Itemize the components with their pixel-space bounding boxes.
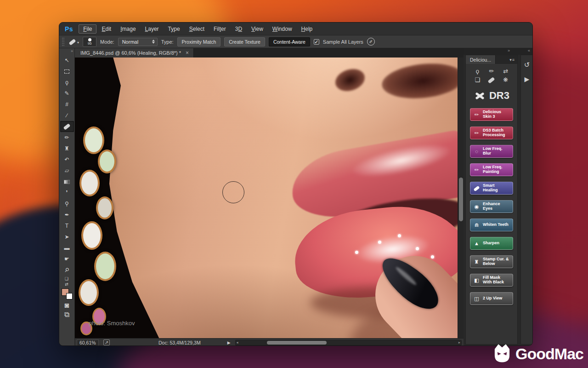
- vertical-scrollbar[interactable]: [458, 58, 464, 338]
- document-tab[interactable]: IMG_8446.psd @ 60,6% (Healing, RGB/8*) *…: [75, 48, 194, 58]
- menu-item-view[interactable]: View: [247, 25, 267, 33]
- menu-item-layer[interactable]: Layer: [141, 25, 163, 33]
- default-swatches-icon[interactable]: ❏: [65, 276, 69, 281]
- brush-size-value: 95: [88, 42, 92, 46]
- photo-glint: [355, 251, 358, 254]
- action-button-ds3-batch-processing[interactable]: ✏DS3 Batch Processing: [470, 126, 513, 139]
- action-button-smart-healing[interactable]: Smart Healing: [470, 182, 513, 195]
- menu-item-type[interactable]: Type: [164, 25, 184, 33]
- dr3-logo: DR3: [466, 85, 517, 107]
- background-color-swatch[interactable]: [66, 293, 73, 299]
- collapsed-panel-strip: ↺ ▶: [520, 55, 533, 345]
- zoom-level-field[interactable]: 60,61%: [77, 339, 99, 346]
- action-button-label: DS3 Batch Processing: [483, 128, 510, 138]
- brush-size-picker[interactable]: 95: [83, 37, 96, 47]
- action-button-stamp-cur-below[interactable]: ♜Stamp Cur. & Below: [470, 255, 513, 268]
- horizontal-scrollbar-thumb[interactable]: [267, 341, 327, 345]
- select-arrows-icon: [152, 40, 155, 44]
- color-swatches[interactable]: [62, 288, 73, 299]
- brush-tool[interactable]: ✏: [60, 132, 74, 143]
- menu-item-select[interactable]: Select: [185, 25, 209, 33]
- tools-collapse-chevron[interactable]: »: [59, 48, 74, 55]
- action-button-enhance-eyes[interactable]: ◉Enhance Eyes: [470, 200, 513, 213]
- shape-tool[interactable]: ▬: [60, 242, 74, 253]
- zoom-tool[interactable]: ⚲: [60, 264, 74, 276]
- action-button-low-freq-painting[interactable]: ✏Low Freq. Painting: [470, 163, 513, 176]
- clone-stamp-tool[interactable]: ♜: [60, 143, 74, 154]
- gradient-tool[interactable]: [60, 176, 74, 187]
- pen-tool[interactable]: ✒: [60, 209, 74, 220]
- action-button-fill-mask-with-black[interactable]: ◧Fill Mask With Black: [470, 274, 513, 287]
- swap-swatches-icon[interactable]: ⇄: [65, 282, 69, 287]
- type-proximity-match-button[interactable]: Proximity Match: [177, 37, 221, 46]
- lasso-icon[interactable]: ϙ: [470, 68, 485, 75]
- canvas[interactable]: photo: Smoshkov: [75, 58, 458, 338]
- marquee-tool[interactable]: [60, 66, 74, 77]
- menu-item-3d[interactable]: 3D: [231, 25, 246, 33]
- brush-icon[interactable]: ✏: [485, 68, 499, 75]
- action-button-sharpen[interactable]: ▲Sharpen: [470, 237, 513, 250]
- vertical-scrollbar-thumb[interactable]: [459, 178, 463, 221]
- goodmac-watermark: GoodMac: [492, 343, 583, 364]
- menu-item-help[interactable]: Help: [297, 25, 317, 33]
- lasso-tool[interactable]: ϙ: [60, 77, 74, 88]
- menu-item-image[interactable]: Image: [116, 25, 140, 33]
- quick-selection-tool[interactable]: ✎: [60, 88, 74, 99]
- status-popup-icon[interactable]: ▶: [227, 340, 231, 345]
- hand-tool[interactable]: ☛: [60, 253, 74, 264]
- menu-item-edit[interactable]: Edit: [97, 25, 115, 33]
- close-tab-icon[interactable]: ×: [186, 50, 189, 56]
- panel-tab-delicious[interactable]: Deliciou...: [466, 55, 496, 64]
- action-button-low-freq-blur[interactable]: ◌Low Freq. Blur: [470, 145, 513, 158]
- dodge-tool[interactable]: ⚲: [60, 198, 74, 209]
- menu-item-window[interactable]: Window: [268, 25, 296, 33]
- action-button-2-up-view[interactable]: ◫2 Up View: [470, 292, 513, 305]
- type-tool[interactable]: T: [60, 220, 74, 231]
- action-button-label: Low Freq. Painting: [483, 165, 510, 174]
- horizontal-scrollbar[interactable]: ◂ ▸: [235, 340, 462, 345]
- quick-mask-icon[interactable]: ◙: [65, 301, 69, 310]
- swap-arrows-icon[interactable]: ⇄: [498, 68, 513, 75]
- move-tool[interactable]: ↖: [60, 55, 74, 66]
- copy-layer-icon[interactable]: ❏: [470, 76, 485, 83]
- blur-tool[interactable]: ❜: [60, 187, 74, 198]
- panel-menu-icon[interactable]: ▾≡: [509, 58, 517, 62]
- type-create-texture-button[interactable]: Create Texture: [224, 37, 265, 46]
- crop-tool[interactable]: #: [60, 99, 74, 110]
- action-button-label: Sharpen: [483, 241, 499, 246]
- delicious-retouch-panel: Deliciou... ▾≡ ϙ✏⇄❏❋ DR3 ✏Delicious Skin…: [465, 55, 518, 345]
- mode-select[interactable]: Normal: [118, 38, 158, 46]
- scroll-left-icon[interactable]: ◂: [237, 340, 238, 345]
- photoshop-window: Ps FileEditImageLayerTypeSelectFilter3DV…: [59, 22, 533, 346]
- sample-all-layers-checkbox[interactable]: ✓: [314, 39, 319, 45]
- scroll-right-icon[interactable]: ▸: [458, 340, 460, 345]
- options-grip[interactable]: [62, 38, 64, 46]
- texture-icon[interactable]: ❋: [498, 76, 513, 83]
- path-selection-tool[interactable]: ➤: [60, 231, 74, 242]
- delicious-skin-3-icon: ✏: [473, 112, 480, 118]
- healing-brush-preset-icon[interactable]: ▾: [69, 39, 79, 45]
- earring-stone: [79, 279, 99, 306]
- panel-collapse-chevron[interactable]: »: [508, 48, 509, 53]
- document-tab-bar: IMG_8446.psd @ 60,6% (Healing, RGB/8*) *…: [75, 48, 464, 58]
- menu-item-file[interactable]: File: [79, 24, 96, 34]
- history-panel-icon[interactable]: ↺: [524, 61, 530, 69]
- brush-cursor: [222, 181, 244, 203]
- strip-expand-chevron[interactable]: «: [528, 48, 530, 53]
- tablet-pressure-icon[interactable]: ✐: [367, 38, 375, 46]
- action-button-whiten-teeth[interactable]: ⋒Whiten Teeth: [470, 218, 513, 231]
- healing-patch-icon[interactable]: [485, 76, 499, 83]
- photo-glint: [398, 234, 401, 237]
- healing-brush-tool[interactable]: [60, 121, 74, 132]
- action-button-delicious-skin-3[interactable]: ✏Delicious Skin 3: [470, 108, 513, 121]
- eyedropper-tool[interactable]: ∕: [60, 110, 74, 121]
- screen-mode-icon[interactable]: ⧉: [64, 310, 69, 319]
- type-content-aware-button[interactable]: Content-Aware: [269, 37, 310, 46]
- actions-panel-icon[interactable]: ▶: [525, 75, 530, 83]
- history-brush-tool[interactable]: ↶: [60, 154, 74, 165]
- eraser-tool[interactable]: ▱: [60, 165, 74, 176]
- tools-panel: » ↖ϙ✎#∕✏♜↶▱❜⚲✒T➤▬☛⚲ ❏ ⇄ ◙ ⧉: [59, 48, 75, 346]
- share-icon[interactable]: ↗: [103, 339, 110, 345]
- menu-item-filter[interactable]: Filter: [209, 25, 230, 33]
- dr3-logo-text: DR3: [489, 90, 509, 102]
